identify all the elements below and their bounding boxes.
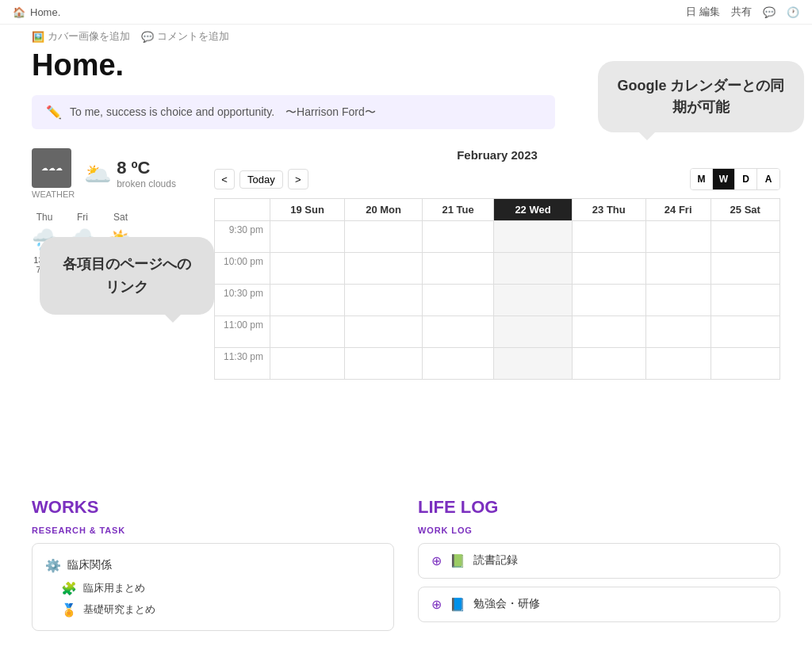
lifelog-section: LIFE LOG WORK LOG ⊕ 📗 読書記録 ⊕ 📘 勉強会・研修 (418, 497, 780, 631)
calendar-cell[interactable] (572, 285, 645, 316)
gear-icon: ⚙️ (45, 558, 61, 573)
history-icon[interactable]: 🕐 (787, 6, 799, 18)
comment-icon[interactable]: 💬 (763, 6, 776, 18)
calendar-section: February 2023 < Today > M W D A (214, 148, 780, 380)
calendar-cell[interactable] (345, 221, 423, 253)
time-cell: 10:30 pm (215, 285, 270, 316)
quote-text: To me, success is choice and opportunity… (70, 105, 376, 120)
calendar-cell[interactable] (710, 316, 779, 348)
time-cell: 10:00 pm (215, 253, 270, 285)
view-week-button[interactable]: W (713, 169, 735, 189)
topbar-right: 日 編集 共有 💬 🕐 (686, 5, 799, 19)
puzzle-icon: 🧩 (61, 581, 77, 596)
calendar-header: < Today > M W D A (214, 168, 780, 190)
bottom-sections: WORKS RESEARCH & TASK ⚙️ 臨床関係 🧩 臨床用まとめ 🏅… (32, 497, 780, 631)
calendar-view-group: M W D A (690, 168, 780, 190)
calendar-cell[interactable] (572, 348, 645, 380)
calendar-cell[interactable] (345, 253, 423, 285)
view-day-button[interactable]: D (735, 169, 757, 189)
list-item[interactable]: ⚙️ 臨床関係 (45, 553, 381, 578)
comment-label: コメントを追加 (157, 29, 229, 44)
calendar-cell[interactable] (645, 348, 710, 380)
list-item[interactable]: 🏅 基礎研究まとめ (45, 599, 381, 621)
calendar-cell[interactable] (345, 285, 423, 316)
cloud-icon: 🌥️ (84, 161, 112, 187)
col-thu: 23 Thu (572, 199, 645, 221)
view-agenda-button[interactable]: A (757, 169, 779, 189)
calendar-cell[interactable] (422, 348, 493, 380)
calendar-cell[interactable] (270, 316, 345, 348)
calendar-cell[interactable] (645, 285, 710, 316)
calendar-today-button[interactable]: Today (239, 170, 283, 189)
home-icon: 🏠 (13, 6, 25, 18)
works-title: WORKS (32, 497, 394, 518)
calendar-cell[interactable] (494, 221, 572, 253)
speech-bubble-links: 各項目のページへのリンク (40, 237, 214, 315)
calendar-next-button[interactable]: > (288, 169, 308, 189)
calendar-cell[interactable] (422, 285, 493, 316)
calendar-cell[interactable] (270, 253, 345, 285)
col-tue: 21 Tue (422, 199, 493, 221)
add-cover-button[interactable]: 🖼️ カバー画像を追加 (32, 29, 130, 44)
calendar-cell[interactable] (270, 285, 345, 316)
calendar-cell[interactable] (645, 316, 710, 348)
calendar-cell[interactable] (572, 253, 645, 285)
list-item[interactable]: 🧩 臨床用まとめ (45, 578, 381, 599)
subitem-label: 臨床用まとめ (83, 581, 145, 595)
time-cell: 9:30 pm (215, 221, 270, 253)
calendar-cell[interactable] (422, 316, 493, 348)
calendar-cell[interactable] (494, 253, 572, 285)
arrow-icon: ⊕ (431, 597, 442, 612)
calendar-cell[interactable] (270, 348, 345, 380)
col-mon: 20 Mon (345, 199, 423, 221)
calendar-cell[interactable] (572, 221, 645, 253)
col-fri: 24 Fri (645, 199, 710, 221)
view-month-button[interactable]: M (691, 169, 713, 189)
current-temp: 8 ºC (117, 158, 176, 178)
calendar-prev-button[interactable]: < (214, 169, 235, 189)
calendar-month-year: February 2023 (214, 148, 780, 162)
lifelog-subsection-label: WORK LOG (418, 526, 780, 535)
log-label-1: 勉強会・研修 (473, 597, 540, 611)
calendar-cell[interactable] (710, 348, 779, 380)
weather-icon-main: ☁☁☁ (32, 148, 71, 188)
calendar-cell[interactable] (572, 316, 645, 348)
calendar-cell[interactable] (422, 221, 493, 253)
calendar-cell[interactable] (645, 221, 710, 253)
log-icon-1: 📘 (450, 597, 465, 612)
works-subsection-label: RESEARCH & TASK (32, 526, 394, 535)
page-content: Google カレンダーとの同期が可能 Home. ✏️ To me, succ… (0, 48, 812, 650)
calendar-cell[interactable] (645, 253, 710, 285)
calendar-cell[interactable] (710, 253, 779, 285)
pencil-icon: ✏️ (46, 105, 62, 120)
share-button[interactable]: 共有 (731, 5, 752, 19)
add-comment-button[interactable]: 💬 コメントを追加 (141, 29, 229, 44)
list-item[interactable]: ⊕ 📗 読書記録 (418, 543, 780, 579)
edit-button[interactable]: 日 編集 (686, 5, 720, 19)
medal-icon: 🏅 (61, 602, 77, 618)
topbar: 🏠 Home. 日 編集 共有 💬 🕐 (0, 0, 812, 25)
time-header (215, 199, 270, 221)
col-sat: 25 Sat (710, 199, 779, 221)
calendar-cell[interactable] (494, 316, 572, 348)
calendar-cell[interactable] (494, 285, 572, 316)
cover-icon: 🖼️ (32, 31, 44, 43)
calendar-cell[interactable] (710, 285, 779, 316)
works-box: ⚙️ 臨床関係 🧩 臨床用まとめ 🏅 基礎研究まとめ (32, 543, 394, 631)
calendar-cell[interactable] (270, 221, 345, 253)
cover-label: カバー画像を追加 (48, 29, 130, 44)
log-icon-0: 📗 (450, 553, 465, 568)
calendar-cell[interactable] (494, 348, 572, 380)
list-item[interactable]: ⊕ 📘 勉強会・研修 (418, 587, 780, 622)
calendar-cell[interactable] (422, 253, 493, 285)
calendar-cell[interactable] (345, 348, 423, 380)
calendar-cell[interactable] (345, 316, 423, 348)
col-wed: 22 Wed (494, 199, 572, 221)
topbar-left: 🏠 Home. (13, 6, 60, 18)
calendar-nav-group: < Today > (214, 169, 308, 189)
time-cell: 11:30 pm (215, 348, 270, 380)
app-name: Home. (30, 6, 60, 18)
calendar-cell[interactable] (710, 221, 779, 253)
current-desc: broken clouds (117, 178, 176, 189)
quote-box: ✏️ To me, success is choice and opportun… (32, 95, 555, 129)
